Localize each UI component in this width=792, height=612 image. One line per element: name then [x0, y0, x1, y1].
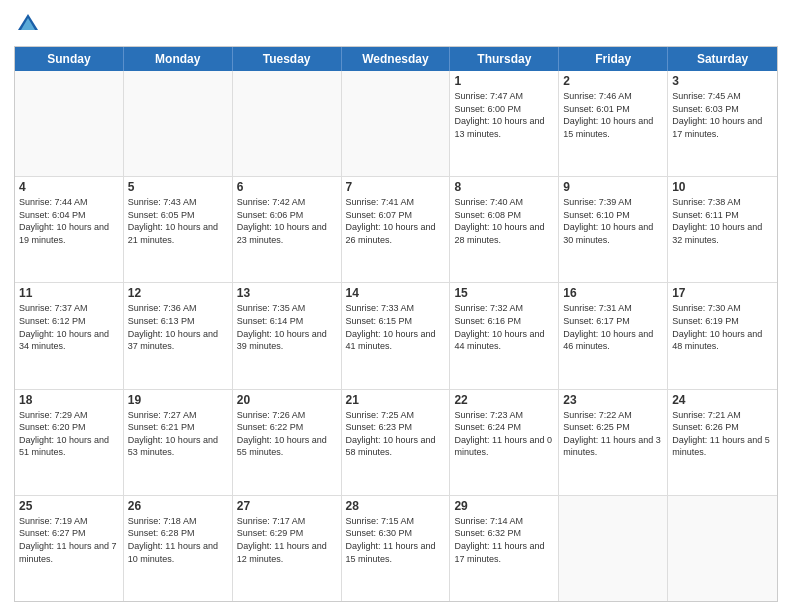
weekday-header-saturday: Saturday [668, 47, 777, 71]
day-number: 14 [346, 286, 446, 300]
day-info: Sunrise: 7:25 AM Sunset: 6:23 PM Dayligh… [346, 409, 446, 459]
day-info: Sunrise: 7:47 AM Sunset: 6:00 PM Dayligh… [454, 90, 554, 140]
day-info: Sunrise: 7:27 AM Sunset: 6:21 PM Dayligh… [128, 409, 228, 459]
day-info: Sunrise: 7:33 AM Sunset: 6:15 PM Dayligh… [346, 302, 446, 352]
day-info: Sunrise: 7:45 AM Sunset: 6:03 PM Dayligh… [672, 90, 773, 140]
day-cell-9: 9Sunrise: 7:39 AM Sunset: 6:10 PM Daylig… [559, 177, 668, 282]
day-cell-27: 27Sunrise: 7:17 AM Sunset: 6:29 PM Dayli… [233, 496, 342, 601]
calendar-body: 1Sunrise: 7:47 AM Sunset: 6:00 PM Daylig… [15, 71, 777, 601]
day-info: Sunrise: 7:37 AM Sunset: 6:12 PM Dayligh… [19, 302, 119, 352]
day-cell-29: 29Sunrise: 7:14 AM Sunset: 6:32 PM Dayli… [450, 496, 559, 601]
day-cell-4: 4Sunrise: 7:44 AM Sunset: 6:04 PM Daylig… [15, 177, 124, 282]
day-number: 17 [672, 286, 773, 300]
day-info: Sunrise: 7:41 AM Sunset: 6:07 PM Dayligh… [346, 196, 446, 246]
day-number: 9 [563, 180, 663, 194]
day-number: 19 [128, 393, 228, 407]
day-number: 29 [454, 499, 554, 513]
calendar-row-4: 25Sunrise: 7:19 AM Sunset: 6:27 PM Dayli… [15, 496, 777, 601]
day-cell-10: 10Sunrise: 7:38 AM Sunset: 6:11 PM Dayli… [668, 177, 777, 282]
logo [14, 10, 46, 38]
day-cell-6: 6Sunrise: 7:42 AM Sunset: 6:06 PM Daylig… [233, 177, 342, 282]
calendar-row-3: 18Sunrise: 7:29 AM Sunset: 6:20 PM Dayli… [15, 390, 777, 496]
day-info: Sunrise: 7:14 AM Sunset: 6:32 PM Dayligh… [454, 515, 554, 565]
empty-cell-0-0 [15, 71, 124, 176]
day-cell-25: 25Sunrise: 7:19 AM Sunset: 6:27 PM Dayli… [15, 496, 124, 601]
day-number: 26 [128, 499, 228, 513]
weekday-header-friday: Friday [559, 47, 668, 71]
day-info: Sunrise: 7:32 AM Sunset: 6:16 PM Dayligh… [454, 302, 554, 352]
day-cell-11: 11Sunrise: 7:37 AM Sunset: 6:12 PM Dayli… [15, 283, 124, 388]
day-cell-21: 21Sunrise: 7:25 AM Sunset: 6:23 PM Dayli… [342, 390, 451, 495]
day-cell-28: 28Sunrise: 7:15 AM Sunset: 6:30 PM Dayli… [342, 496, 451, 601]
day-cell-23: 23Sunrise: 7:22 AM Sunset: 6:25 PM Dayli… [559, 390, 668, 495]
day-number: 10 [672, 180, 773, 194]
header [14, 10, 778, 38]
day-number: 4 [19, 180, 119, 194]
day-info: Sunrise: 7:38 AM Sunset: 6:11 PM Dayligh… [672, 196, 773, 246]
calendar: SundayMondayTuesdayWednesdayThursdayFrid… [14, 46, 778, 602]
empty-cell-0-1 [124, 71, 233, 176]
weekday-header-monday: Monday [124, 47, 233, 71]
weekday-header-sunday: Sunday [15, 47, 124, 71]
day-number: 13 [237, 286, 337, 300]
day-info: Sunrise: 7:42 AM Sunset: 6:06 PM Dayligh… [237, 196, 337, 246]
day-info: Sunrise: 7:21 AM Sunset: 6:26 PM Dayligh… [672, 409, 773, 459]
day-number: 3 [672, 74, 773, 88]
day-info: Sunrise: 7:17 AM Sunset: 6:29 PM Dayligh… [237, 515, 337, 565]
day-number: 28 [346, 499, 446, 513]
page: SundayMondayTuesdayWednesdayThursdayFrid… [0, 0, 792, 612]
day-number: 23 [563, 393, 663, 407]
day-cell-22: 22Sunrise: 7:23 AM Sunset: 6:24 PM Dayli… [450, 390, 559, 495]
day-info: Sunrise: 7:43 AM Sunset: 6:05 PM Dayligh… [128, 196, 228, 246]
day-cell-15: 15Sunrise: 7:32 AM Sunset: 6:16 PM Dayli… [450, 283, 559, 388]
day-number: 22 [454, 393, 554, 407]
empty-cell-0-3 [342, 71, 451, 176]
day-cell-5: 5Sunrise: 7:43 AM Sunset: 6:05 PM Daylig… [124, 177, 233, 282]
day-number: 18 [19, 393, 119, 407]
day-info: Sunrise: 7:23 AM Sunset: 6:24 PM Dayligh… [454, 409, 554, 459]
day-number: 16 [563, 286, 663, 300]
day-info: Sunrise: 7:39 AM Sunset: 6:10 PM Dayligh… [563, 196, 663, 246]
day-cell-19: 19Sunrise: 7:27 AM Sunset: 6:21 PM Dayli… [124, 390, 233, 495]
day-info: Sunrise: 7:46 AM Sunset: 6:01 PM Dayligh… [563, 90, 663, 140]
day-info: Sunrise: 7:19 AM Sunset: 6:27 PM Dayligh… [19, 515, 119, 565]
day-number: 1 [454, 74, 554, 88]
day-info: Sunrise: 7:26 AM Sunset: 6:22 PM Dayligh… [237, 409, 337, 459]
empty-cell-0-2 [233, 71, 342, 176]
day-info: Sunrise: 7:30 AM Sunset: 6:19 PM Dayligh… [672, 302, 773, 352]
day-cell-14: 14Sunrise: 7:33 AM Sunset: 6:15 PM Dayli… [342, 283, 451, 388]
calendar-header-row: SundayMondayTuesdayWednesdayThursdayFrid… [15, 47, 777, 71]
calendar-row-2: 11Sunrise: 7:37 AM Sunset: 6:12 PM Dayli… [15, 283, 777, 389]
day-info: Sunrise: 7:44 AM Sunset: 6:04 PM Dayligh… [19, 196, 119, 246]
day-info: Sunrise: 7:40 AM Sunset: 6:08 PM Dayligh… [454, 196, 554, 246]
day-info: Sunrise: 7:29 AM Sunset: 6:20 PM Dayligh… [19, 409, 119, 459]
day-number: 24 [672, 393, 773, 407]
day-number: 5 [128, 180, 228, 194]
day-cell-12: 12Sunrise: 7:36 AM Sunset: 6:13 PM Dayli… [124, 283, 233, 388]
weekday-header-tuesday: Tuesday [233, 47, 342, 71]
day-cell-1: 1Sunrise: 7:47 AM Sunset: 6:00 PM Daylig… [450, 71, 559, 176]
day-info: Sunrise: 7:18 AM Sunset: 6:28 PM Dayligh… [128, 515, 228, 565]
day-cell-16: 16Sunrise: 7:31 AM Sunset: 6:17 PM Dayli… [559, 283, 668, 388]
day-cell-13: 13Sunrise: 7:35 AM Sunset: 6:14 PM Dayli… [233, 283, 342, 388]
day-number: 25 [19, 499, 119, 513]
day-number: 8 [454, 180, 554, 194]
empty-cell-4-6 [668, 496, 777, 601]
calendar-row-0: 1Sunrise: 7:47 AM Sunset: 6:00 PM Daylig… [15, 71, 777, 177]
day-number: 2 [563, 74, 663, 88]
day-number: 11 [19, 286, 119, 300]
day-cell-26: 26Sunrise: 7:18 AM Sunset: 6:28 PM Dayli… [124, 496, 233, 601]
day-cell-17: 17Sunrise: 7:30 AM Sunset: 6:19 PM Dayli… [668, 283, 777, 388]
day-number: 27 [237, 499, 337, 513]
day-number: 6 [237, 180, 337, 194]
day-info: Sunrise: 7:15 AM Sunset: 6:30 PM Dayligh… [346, 515, 446, 565]
day-cell-8: 8Sunrise: 7:40 AM Sunset: 6:08 PM Daylig… [450, 177, 559, 282]
day-number: 7 [346, 180, 446, 194]
day-number: 21 [346, 393, 446, 407]
day-number: 15 [454, 286, 554, 300]
day-info: Sunrise: 7:22 AM Sunset: 6:25 PM Dayligh… [563, 409, 663, 459]
day-cell-18: 18Sunrise: 7:29 AM Sunset: 6:20 PM Dayli… [15, 390, 124, 495]
weekday-header-wednesday: Wednesday [342, 47, 451, 71]
empty-cell-4-5 [559, 496, 668, 601]
day-cell-3: 3Sunrise: 7:45 AM Sunset: 6:03 PM Daylig… [668, 71, 777, 176]
